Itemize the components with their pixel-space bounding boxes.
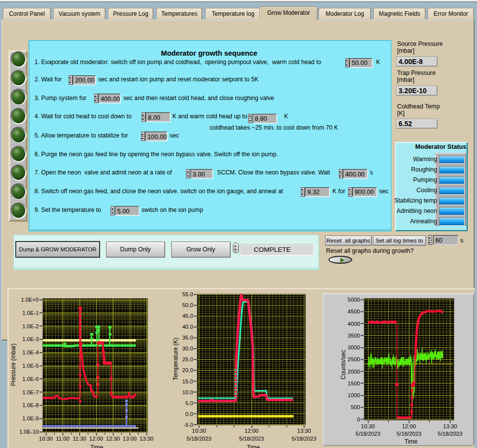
svg-text:2500: 2500	[348, 356, 360, 362]
svg-text:10:30: 10:30	[192, 428, 206, 434]
svg-text:45.0: 45.0	[183, 313, 193, 319]
svg-text:12:00: 12:00	[245, 428, 258, 434]
svg-text:1.0E+0: 1.0E+0	[21, 297, 38, 303]
svg-text:-5.0: -5.0	[183, 422, 193, 428]
svg-text:5/18/2023: 5/18/2023	[186, 436, 211, 442]
svg-text:1.0E-9: 1.0E-9	[22, 415, 38, 421]
svg-text:5/18/2023: 5/18/2023	[239, 436, 264, 442]
svg-text:Temperature (K): Temperature (K)	[172, 338, 179, 380]
svg-text:Time: Time	[404, 438, 418, 445]
svg-text:5/18/2023: 5/18/2023	[397, 431, 421, 437]
svg-text:Time: Time	[90, 444, 104, 448]
svg-text:50.0: 50.0	[183, 302, 193, 308]
svg-text:5.0: 5.0	[185, 400, 193, 406]
svg-text:11:00: 11:00	[56, 436, 69, 442]
svg-text:5000: 5000	[348, 297, 360, 303]
svg-text:1.0E-8: 1.0E-8	[22, 402, 38, 408]
svg-text:35.0: 35.0	[183, 335, 193, 341]
svg-text:1000: 1000	[348, 392, 360, 398]
svg-text:40.0: 40.0	[183, 324, 193, 330]
svg-text:2000: 2000	[348, 369, 360, 375]
svg-text:12:00: 12:00	[89, 436, 103, 442]
svg-text:5/18/2023: 5/18/2023	[292, 436, 316, 442]
svg-text:1.0E-7: 1.0E-7	[22, 389, 38, 395]
svg-text:15.0: 15.0	[183, 379, 193, 384]
svg-text:4000: 4000	[348, 321, 360, 327]
svg-text:3000: 3000	[348, 345, 360, 350]
svg-text:30.0: 30.0	[183, 345, 193, 351]
svg-text:12:00: 12:00	[402, 423, 416, 429]
svg-text:13:30: 13:30	[443, 423, 457, 429]
svg-text:Pressure (mbar): Pressure (mbar)	[10, 344, 17, 386]
svg-text:Time: Time	[247, 444, 260, 448]
svg-text:1.0E-10: 1.0E-10	[19, 429, 39, 435]
svg-text:Counts/sec: Counts/sec	[340, 350, 347, 379]
svg-text:11:30: 11:30	[73, 436, 86, 442]
svg-text:1.0E-1: 1.0E-1	[22, 310, 38, 316]
svg-text:1.0E-6: 1.0E-6	[22, 376, 38, 382]
svg-text:13:00: 13:00	[123, 436, 137, 442]
svg-text:1.0E-4: 1.0E-4	[22, 349, 38, 355]
svg-text:13:30: 13:30	[297, 428, 311, 434]
svg-text:5/18/2023: 5/18/2023	[356, 431, 380, 437]
svg-text:500: 500	[351, 404, 360, 410]
svg-text:55.0: 55.0	[183, 291, 193, 297]
svg-text:10:30: 10:30	[361, 423, 375, 429]
svg-text:10:30: 10:30	[39, 436, 53, 442]
svg-text:5/18/2023: 5/18/2023	[438, 431, 462, 437]
svg-text:1500: 1500	[348, 380, 360, 386]
svg-text:4500: 4500	[348, 309, 360, 314]
svg-text:12:30: 12:30	[106, 436, 120, 442]
svg-text:20.0: 20.0	[183, 367, 193, 373]
svg-text:1.0E-2: 1.0E-2	[22, 323, 38, 329]
svg-text:0.0: 0.0	[185, 411, 193, 417]
svg-text:3500: 3500	[348, 333, 360, 339]
svg-text:1.0E-3: 1.0E-3	[22, 336, 38, 342]
svg-text:0: 0	[357, 416, 360, 422]
svg-text:1.0E-5: 1.0E-5	[22, 363, 38, 369]
svg-text:25.0: 25.0	[183, 356, 193, 362]
svg-text:13:30: 13:30	[140, 436, 153, 442]
svg-text:10.0: 10.0	[183, 389, 193, 395]
